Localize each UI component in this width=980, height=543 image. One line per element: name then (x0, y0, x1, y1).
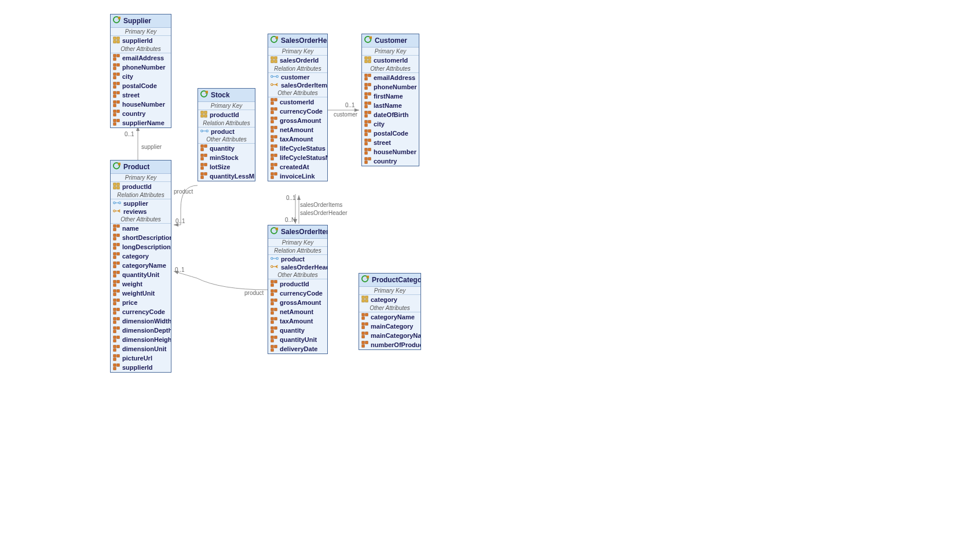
attribute-row[interactable]: categoryName (359, 312, 420, 322)
attribute-icon (113, 261, 120, 269)
attribute-row[interactable]: city (111, 72, 171, 81)
attribute-row[interactable]: country (111, 109, 171, 118)
attribute-icon (113, 100, 120, 108)
attribute-row[interactable]: invoiceLink (268, 172, 327, 181)
attribute-row[interactable]: dimensionHeight (111, 335, 171, 344)
attribute-icon (364, 157, 371, 165)
attribute-row[interactable]: supplierId (111, 363, 171, 372)
attribute-row[interactable]: postalCode (111, 81, 171, 90)
attribute-row[interactable]: customerId (268, 97, 327, 107)
attribute-row[interactable]: emailAddress (362, 73, 419, 82)
attribute-row[interactable]: grossAmount (268, 298, 327, 307)
attribute-row[interactable]: supplier (111, 199, 171, 207)
attribute-row[interactable]: numberOfProducts (359, 340, 420, 349)
attribute-row[interactable]: city (362, 119, 419, 129)
entity-product[interactable]: ProductPrimary KeyproductIdRelation Attr… (110, 160, 171, 373)
attribute-row[interactable]: street (362, 138, 419, 147)
entity-header[interactable]: SalesOrderItem (268, 225, 327, 239)
attribute-row[interactable]: productId (268, 279, 327, 289)
attribute-icon (270, 135, 277, 143)
attribute-row[interactable]: longDescription (111, 242, 171, 252)
attribute-row[interactable]: weight (111, 279, 171, 289)
attribute-row[interactable]: houseNumber (362, 147, 419, 156)
attribute-row[interactable]: createdAt (268, 162, 327, 172)
attribute-row[interactable]: street (111, 90, 171, 100)
entity-customer[interactable]: CustomerPrimary KeycustomerIdOther Attri… (361, 34, 419, 166)
attribute-row[interactable]: quantity (268, 326, 327, 335)
attribute-row[interactable]: productId (111, 182, 171, 191)
attribute-row[interactable]: netAmount (268, 307, 327, 316)
attribute-row[interactable]: lastName (362, 101, 419, 110)
entity-header[interactable]: Supplier (111, 14, 171, 28)
attribute-row[interactable]: minStock (198, 153, 255, 162)
entity-icon (364, 35, 372, 45)
key-icon (113, 183, 120, 191)
attribute-row[interactable]: dimensionWidth (111, 316, 171, 326)
attribute-row[interactable]: country (362, 156, 419, 166)
attribute-row[interactable]: emailAddress (111, 53, 171, 63)
attribute-row[interactable]: quantityUnit (111, 270, 171, 279)
attribute-row[interactable]: dimensionUnit (111, 344, 171, 354)
attribute-row[interactable]: phoneNumber (362, 82, 419, 92)
attribute-row[interactable]: dimensionDepth (111, 326, 171, 335)
entity-header[interactable]: Customer (362, 34, 419, 48)
entity-salesOrderItem[interactable]: SalesOrderItemPrimary KeyRelation Attrib… (268, 225, 328, 354)
attribute-row[interactable]: quantityLessMin (198, 172, 255, 181)
attribute-row[interactable]: currencyCode (111, 307, 171, 316)
attribute-row[interactable]: lotSize (198, 162, 255, 172)
attribute-row[interactable]: currencyCode (268, 289, 327, 298)
section-primary-key: Primary Key (268, 48, 327, 56)
attribute-row[interactable]: product (268, 255, 327, 263)
entity-salesOrderHeader[interactable]: SalesOrderHea...Primary KeysalesOrderIdR… (268, 34, 328, 181)
attribute-row[interactable]: mainCategory (359, 322, 420, 331)
attribute-row[interactable]: price (111, 298, 171, 307)
attribute-row[interactable]: postalCode (362, 129, 419, 138)
attribute-row[interactable]: salesOrderItems (268, 81, 327, 89)
attribute-row[interactable]: deliveryDate (268, 344, 327, 354)
attribute-row[interactable]: grossAmount (268, 116, 327, 125)
attribute-row[interactable]: productId (198, 110, 255, 119)
attribute-row[interactable]: product (198, 127, 255, 136)
attribute-icon (200, 172, 207, 180)
attribute-row[interactable]: lifeCycleStatusN... (268, 153, 327, 162)
entity-productCategory[interactable]: ProductCategoryPrimary KeycategoryOther … (359, 273, 421, 350)
attribute-row[interactable]: supplierName (111, 118, 171, 127)
entity-header[interactable]: Product (111, 161, 171, 174)
attribute-row[interactable]: categoryName (111, 261, 171, 270)
entity-supplier[interactable]: SupplierPrimary KeysupplierIdOther Attri… (110, 14, 171, 128)
attribute-row[interactable]: phoneNumber (111, 63, 171, 72)
relation-one-icon (270, 256, 279, 263)
attribute-row[interactable]: salesOrderId (268, 56, 327, 65)
entity-header[interactable]: SalesOrderHea... (268, 34, 327, 48)
attribute-row[interactable]: mainCategoryName (359, 331, 420, 340)
entity-header[interactable]: ProductCategory (359, 274, 420, 287)
attribute-row[interactable]: dateOfBirth (362, 110, 419, 119)
attribute-row[interactable]: taxAmount (268, 134, 327, 144)
attribute-row[interactable]: currencyCode (268, 107, 327, 116)
attribute-row[interactable]: pictureUrl (111, 354, 171, 363)
attribute-row[interactable]: shortDescription (111, 233, 171, 242)
attribute-row[interactable]: quantityUnit (268, 335, 327, 344)
attribute-icon (364, 83, 371, 91)
attribute-icon (113, 298, 120, 307)
attribute-row[interactable]: customerId (362, 56, 419, 65)
relation-many-icon (270, 82, 279, 89)
attribute-name: supplierId (122, 37, 153, 44)
attribute-row[interactable]: weightUnit (111, 289, 171, 298)
attribute-row[interactable]: quantity (198, 144, 255, 153)
attribute-row[interactable]: taxAmount (268, 316, 327, 326)
attribute-name: pictureUrl (122, 355, 152, 362)
attribute-row[interactable]: houseNumber (111, 100, 171, 109)
attribute-row[interactable]: name (111, 224, 171, 233)
entity-header[interactable]: Stock (198, 89, 255, 102)
attribute-row[interactable]: lifeCycleStatus (268, 144, 327, 153)
attribute-row[interactable]: salesOrderHead... (268, 263, 327, 271)
attribute-row[interactable]: customer (268, 73, 327, 81)
attribute-row[interactable]: netAmount (268, 125, 327, 134)
attribute-row[interactable]: supplierId (111, 36, 171, 45)
attribute-row[interactable]: firstName (362, 92, 419, 101)
attribute-row[interactable]: reviews (111, 207, 171, 216)
attribute-row[interactable]: category (359, 295, 420, 304)
attribute-row[interactable]: category (111, 252, 171, 261)
entity-stock[interactable]: StockPrimary KeyproductIdRelation Attrib… (198, 88, 255, 181)
